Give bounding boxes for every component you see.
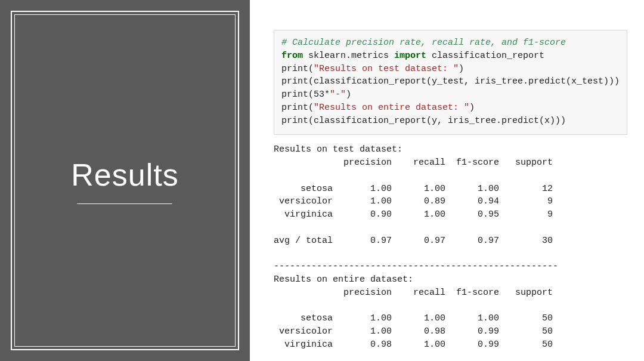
code-block: # Calculate precision rate, recall rate,…: [274, 30, 627, 135]
output-line: ----------------------------------------…: [274, 261, 558, 271]
code-text: print(classification_report(y_test, iris…: [281, 76, 620, 87]
code-text: print(53*: [281, 90, 330, 100]
output-line: precision recall f1-score support: [274, 158, 553, 168]
code-text: ): [346, 90, 351, 100]
code-string: "Results on entire dataset: ": [314, 103, 469, 113]
title-panel: Results: [0, 0, 250, 361]
output-line: versicolor 1.00 0.98 0.99 50: [274, 326, 553, 337]
code-text: ): [469, 103, 475, 113]
code-text: print(classification_report(y, iris_tree…: [281, 116, 566, 126]
slide-title: Results: [71, 157, 178, 193]
output-line: virginica 0.90 1.00 0.95 9: [274, 209, 553, 220]
code-string: "-": [330, 90, 346, 100]
output-line: virginica 0.98 1.00 0.99 50: [274, 340, 553, 350]
code-keyword-from: from: [281, 51, 303, 61]
output-line: Results on test dataset:: [274, 144, 402, 155]
code-keyword-import: import: [394, 51, 426, 61]
code-string: "Results on test dataset: ": [314, 64, 459, 74]
content-panel: # Calculate precision rate, recall rate,…: [250, 0, 644, 361]
output-line: Results on entire dataset:: [274, 274, 413, 285]
output-line: setosa 1.00 1.00 1.00 50: [274, 313, 553, 323]
code-comment: # Calculate precision rate, recall rate,…: [281, 38, 566, 48]
output-line: avg / total 0.97 0.97 0.97 30: [274, 236, 553, 246]
title-wrap: Results: [71, 157, 178, 204]
output-line: versicolor 1.00 0.89 0.94 9: [274, 196, 553, 206]
code-text: ): [459, 64, 464, 74]
code-text: classification_report: [426, 51, 544, 61]
code-text: print(: [281, 103, 314, 113]
title-underline: [77, 203, 172, 204]
output-block: Results on test dataset: precision recal…: [274, 143, 627, 361]
output-line: setosa 1.00 1.00 1.00 12: [274, 184, 553, 194]
output-line: precision recall f1-score support: [274, 288, 553, 298]
code-text: sklearn.metrics: [303, 51, 394, 61]
code-text: print(: [281, 64, 314, 74]
